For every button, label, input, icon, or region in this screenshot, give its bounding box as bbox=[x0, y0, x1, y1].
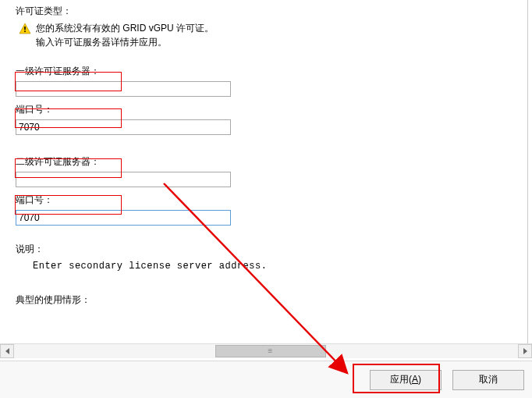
license-type-label: 许可证类型： bbox=[16, 5, 523, 18]
secondary-server-input[interactable] bbox=[16, 172, 231, 187]
secondary-server-label: 二级许可证服务器： bbox=[16, 155, 523, 169]
warning-line-2: 输入许可证服务器详情并应用。 bbox=[36, 35, 214, 49]
panel-right-border bbox=[527, 0, 528, 343]
svg-rect-2 bbox=[24, 30, 26, 32]
cancel-button[interactable]: 取消 bbox=[452, 370, 524, 390]
description-label: 说明： bbox=[16, 243, 523, 256]
button-bar: 应用(A) 取消 bbox=[0, 361, 532, 398]
scroll-thumb[interactable]: ≡ bbox=[215, 345, 326, 357]
primary-port-label: 端口号： bbox=[16, 103, 523, 116]
primary-server-input[interactable] bbox=[16, 81, 231, 97]
chevron-left-icon bbox=[5, 348, 9, 354]
description-text: Enter secondary license server address. bbox=[33, 261, 523, 272]
warning-icon bbox=[19, 23, 31, 35]
usage-label: 典型的使用情形： bbox=[16, 293, 523, 307]
warning-line-1: 您的系统没有有效的 GRID vGPU 许可证。 bbox=[36, 21, 214, 35]
cancel-button-label: 取消 bbox=[479, 374, 498, 385]
apply-button-label: 应用(A) bbox=[390, 374, 421, 385]
secondary-port-label: 端口号： bbox=[16, 194, 523, 207]
scroll-left-button[interactable] bbox=[0, 344, 14, 358]
svg-rect-1 bbox=[24, 27, 26, 30]
horizontal-scrollbar[interactable]: ≡ bbox=[0, 343, 532, 358]
primary-port-input[interactable] bbox=[16, 119, 231, 135]
apply-button[interactable]: 应用(A) bbox=[370, 370, 442, 390]
warning-row: 您的系统没有有效的 GRID vGPU 许可证。 输入许可证服务器详情并应用。 bbox=[16, 21, 523, 49]
secondary-port-input[interactable] bbox=[16, 210, 231, 226]
primary-server-label: 一级许可证服务器： bbox=[16, 65, 523, 78]
scroll-right-button[interactable] bbox=[518, 344, 532, 358]
scroll-track[interactable]: ≡ bbox=[14, 344, 518, 358]
chevron-right-icon bbox=[523, 348, 527, 354]
grip-icon: ≡ bbox=[268, 348, 274, 354]
warning-text: 您的系统没有有效的 GRID vGPU 许可证。 输入许可证服务器详情并应用。 bbox=[36, 21, 214, 49]
